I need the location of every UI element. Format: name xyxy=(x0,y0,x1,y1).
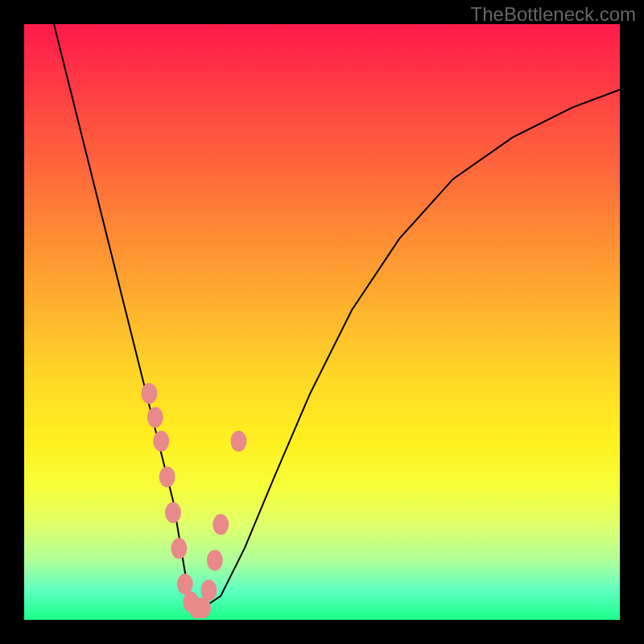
watermark-text: TheBottleneck.com xyxy=(471,3,636,26)
data-marker xyxy=(171,538,187,559)
data-marker xyxy=(165,502,181,523)
data-marker xyxy=(147,407,163,427)
chart-root: TheBottleneck.com xyxy=(0,0,644,644)
bottleneck-curve xyxy=(54,24,620,608)
data-marker xyxy=(213,514,229,535)
data-marker xyxy=(177,574,193,595)
data-marker xyxy=(230,431,246,452)
data-marker xyxy=(195,597,211,618)
curve-svg xyxy=(24,24,620,620)
data-marker xyxy=(153,431,169,452)
data-marker xyxy=(207,550,223,571)
data-marker xyxy=(200,580,217,601)
data-marker xyxy=(141,383,157,404)
marker-group xyxy=(141,383,246,618)
plot-area xyxy=(24,24,620,620)
data-marker xyxy=(159,466,175,487)
